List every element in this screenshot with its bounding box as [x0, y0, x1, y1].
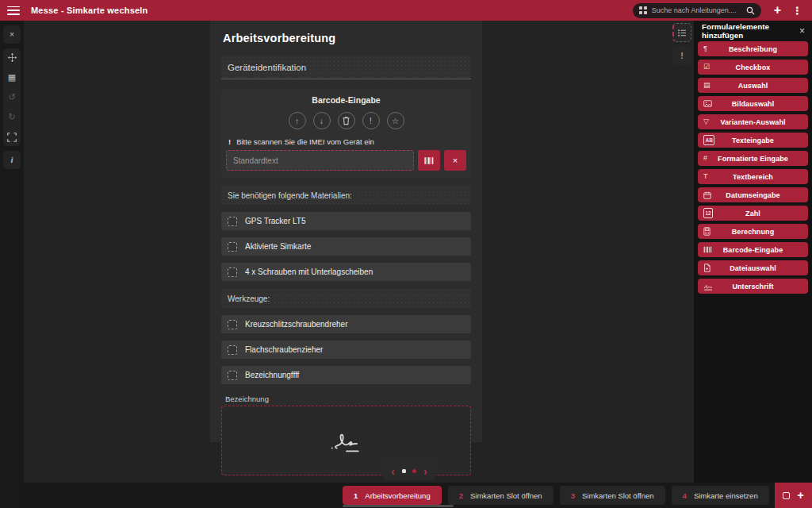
checkbox-item-kreuzschlitz[interactable]: Kreuzschlitzschraubendreher: [221, 315, 471, 333]
prev-page-icon[interactable]: ‹: [390, 468, 396, 475]
hash-icon: #: [703, 151, 707, 166]
grid-icon[interactable]: ▦: [7, 72, 17, 83]
search-icon[interactable]: [746, 6, 755, 15]
palette-item-texteingabe[interactable]: AB Texteingabe: [698, 133, 808, 148]
palette-item-bildauswahl[interactable]: Bildauswahl: [698, 96, 808, 111]
fullscreen-icon[interactable]: [7, 132, 17, 142]
number-icon: 12: [703, 206, 713, 221]
scan-barcode-button[interactable]: [418, 150, 440, 171]
checkbox-icon[interactable]: [228, 267, 237, 277]
checkbox-item-flachschrauben[interactable]: Flachschraubenzieher: [221, 341, 471, 359]
funnel-icon: ▽: [703, 114, 709, 129]
outline-toggle-button[interactable]: [672, 23, 691, 42]
arrow-up-icon: ↑: [295, 117, 299, 125]
checkbox-item-schrauben[interactable]: 4 x Schrauben mit Unterlagscheiben: [221, 263, 471, 281]
panel-header: Formularelemente hinzufügen ×: [698, 21, 808, 41]
left-toolbar: × ▦ ↺ ↻ i: [0, 21, 24, 508]
redo-icon[interactable]: ↻: [7, 112, 17, 122]
signature-icon: [703, 279, 713, 294]
add-icon[interactable]: +: [774, 4, 781, 17]
palette-item-datumseingabe[interactable]: Datumseingabe: [698, 187, 808, 202]
tab-step-3[interactable]: 3 Simkarten Slot öffnen: [560, 486, 665, 505]
star-icon: ☆: [392, 117, 399, 125]
palette-item-checkbox[interactable]: ☑ Checkbox: [698, 60, 808, 75]
checkbox-icon[interactable]: [228, 371, 237, 380]
description-block-geraeteidentifikation[interactable]: Geräteidentifikation: [221, 56, 471, 79]
info-icon[interactable]: i: [7, 155, 17, 165]
checkbox-item-simkarte[interactable]: Aktivierte Simkarte: [221, 237, 471, 256]
image-icon: [703, 96, 712, 111]
step-tabs: 1 Arbeitsvorbereitung 2 Simkarten Slot ö…: [343, 486, 812, 505]
form-page: Arbeitsvorbereitung Geräteidentifikation…: [210, 21, 482, 442]
kebab-menu-icon[interactable]: ⋮: [792, 5, 802, 17]
tab-step-1[interactable]: 1 Arbeitsvorbereitung: [343, 486, 442, 505]
warnings-toggle-button[interactable]: !: [672, 46, 691, 65]
selected-barcode-element[interactable]: Barcode-Eingabe ↑ ↓ ! ☆ ! Bitte scannen …: [221, 89, 471, 178]
delete-button[interactable]: [338, 112, 355, 129]
checkbox-icon[interactable]: [228, 242, 237, 252]
steps-bar: 1 Arbeitsvorbereitung 2 Simkarten Slot ö…: [24, 483, 812, 508]
palette-item-formatierte-eingabe[interactable]: # Formatierte Eingabe: [698, 151, 808, 166]
editor-canvas: ! Arbeitsvorbereitung Geräteidentifikati…: [24, 21, 694, 483]
barcode-text-input[interactable]: [226, 150, 414, 171]
barcode-input-row: ×: [226, 150, 466, 171]
tab-step-4[interactable]: 4 Simkarte einsetzen: [672, 486, 769, 505]
file-icon: [703, 260, 710, 275]
hamburger-menu-icon[interactable]: [7, 6, 20, 15]
element-actions: ↑ ↓ ! ☆: [226, 112, 466, 129]
tab-step-2[interactable]: 2 Simkarten Slot öffnen: [448, 486, 553, 505]
close-icon[interactable]: ×: [7, 29, 17, 40]
clear-input-button[interactable]: ×: [444, 150, 466, 171]
checkbox-item-bezeichnungffff[interactable]: Bezeichnungffff: [221, 366, 471, 384]
barcode-icon: [424, 156, 434, 165]
add-step-icon[interactable]: +: [797, 491, 803, 500]
required-toggle-button[interactable]: !: [362, 112, 380, 129]
palette-item-beschreibung[interactable]: ¶ Beschreibung: [698, 41, 808, 56]
signature-field-label: Bezeichnung: [225, 394, 471, 403]
palette-item-dateiauswahl[interactable]: Dateiauswahl: [698, 260, 808, 275]
move-icon[interactable]: [7, 52, 17, 63]
palette-item-zahl[interactable]: 12 Zahl: [698, 206, 808, 221]
favorite-button[interactable]: ☆: [387, 112, 404, 129]
description-block-materials[interactable]: Sie benötigen folgende Materialien:: [221, 186, 471, 205]
canvas-tools-group: ▦ ↺ ↻: [3, 48, 21, 146]
undo-icon[interactable]: ↺: [7, 92, 17, 102]
next-page-icon[interactable]: ›: [423, 468, 428, 475]
pilcrow-icon: ¶: [703, 41, 707, 56]
page-pagination: ‹ ›: [383, 462, 435, 480]
palette-item-textbereich[interactable]: T Textbereich: [698, 169, 808, 184]
panel-title: Formularelemente hinzufügen: [702, 22, 799, 40]
description-block-tools[interactable]: Werkzeuge:: [221, 289, 471, 308]
palette-item-barcode-eingabe[interactable]: Barcode-Eingabe: [698, 242, 808, 257]
trash-icon: [342, 116, 350, 125]
form-elements-panel: Formularelemente hinzufügen × ¶ Beschrei…: [694, 21, 812, 483]
tabs-scrollbar[interactable]: [343, 505, 454, 507]
search-input[interactable]: Suche nach Anleitungen....: [633, 3, 761, 18]
apps-grid-icon: [639, 6, 647, 14]
calendar-icon: [703, 187, 711, 202]
hint-exclamation-icon: !: [228, 137, 231, 146]
palette-item-auswahl[interactable]: ▤ Auswahl: [698, 78, 808, 93]
palette-item-unterschrift[interactable]: Unterschrift: [698, 279, 808, 294]
hint-text: Bitte scannen Sie die IMEI vom Gerät ein: [236, 137, 374, 146]
page-dot[interactable]: [412, 469, 416, 473]
search-placeholder: Suche nach Anleitungen....: [652, 6, 741, 14]
close-icon[interactable]: ×: [799, 27, 805, 35]
exclamation-icon: !: [370, 117, 372, 125]
overview-icon[interactable]: [783, 492, 790, 499]
checkbox-item-gps-tracker[interactable]: GPS Tracker LT5: [221, 212, 471, 230]
arrow-down-icon: ↓: [320, 117, 324, 125]
canvas-side-tools: !: [672, 23, 691, 65]
move-up-button[interactable]: ↑: [289, 112, 306, 129]
checkbox-icon[interactable]: [228, 217, 237, 226]
page-dot-active[interactable]: [402, 469, 406, 473]
topbar: Messe - Simkarte wechseln Suche nach Anl…: [0, 0, 812, 21]
checkbox-icon[interactable]: [228, 320, 237, 329]
move-down-button[interactable]: ↓: [313, 112, 331, 129]
exclamation-icon: !: [680, 51, 684, 60]
palette-item-varianten-auswahl[interactable]: ▽ Varianten-Auswahl: [698, 114, 808, 129]
steps-actions: +: [775, 483, 812, 508]
textarea-icon: T: [703, 169, 708, 184]
checkbox-icon[interactable]: [228, 345, 237, 355]
palette-item-berechnung[interactable]: Berechnung: [698, 224, 808, 239]
